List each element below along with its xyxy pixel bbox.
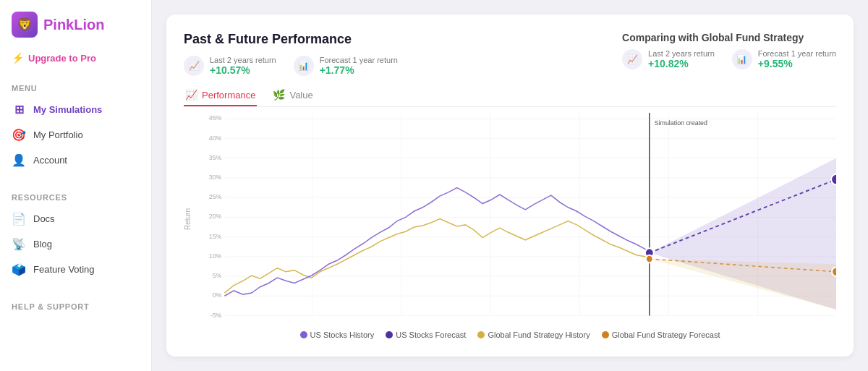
svg-text:40%: 40% — [209, 134, 222, 141]
legend-dot-global-history — [477, 331, 485, 338]
card-title: Past & Future Performance — [184, 32, 398, 47]
sidebar-item-feature-voting[interactable]: 🗳️ Feature Voting — [0, 257, 151, 282]
legend-global-history: Global Fund Strategy History — [477, 331, 590, 339]
chart-legend: US Stocks History US Stocks Forecast Glo… — [184, 331, 836, 339]
feature-voting-icon: 🗳️ — [12, 263, 26, 276]
tab-value[interactable]: 🌿 Value — [271, 85, 314, 106]
sidebar-item-blog[interactable]: 📡 Blog — [0, 231, 151, 257]
logo-dark: Lion — [74, 17, 104, 33]
docs-label: Docs — [33, 213, 55, 224]
performance-tab-label: Performance — [202, 90, 255, 101]
right-metrics: 📈 Last 2 years return +10.82% 📊 Forecast… — [622, 49, 836, 69]
sidebar-item-simulations[interactable]: ⊞ My Simulations — [0, 97, 151, 122]
svg-text:25%: 25% — [209, 193, 222, 200]
legend-us-history: US Stocks History — [300, 331, 375, 339]
metric-global-last2y: 📈 Last 2 years return +10.82% — [622, 49, 715, 69]
legend-dot-us-history — [300, 331, 307, 338]
metric-label-2: Forecast 1 year return — [320, 56, 398, 64]
chart-svg: 45% 40% 35% 30% 25% 20% 15% 10% 5% 0% -5… — [195, 113, 836, 325]
upgrade-label: Upgrade to Pro — [28, 53, 96, 64]
svg-text:Simulation created: Simulation created — [655, 119, 707, 127]
simulations-label: My Simulations — [33, 104, 102, 115]
metric-info-3: Last 2 years return +10.82% — [648, 49, 715, 69]
metric-icon-4: 📊 — [732, 49, 752, 69]
right-metrics-group: Comparing with Global Fund Strategy 📈 La… — [622, 32, 836, 69]
svg-marker-32 — [650, 259, 836, 310]
svg-text:35%: 35% — [209, 154, 222, 161]
metric-label-1: Last 2 years return — [210, 56, 276, 64]
performance-card: Past & Future Performance 📈 Last 2 years… — [166, 14, 854, 357]
legend-us-forecast: US Stocks Forecast — [386, 331, 466, 339]
portfolio-label: My Portfolio — [33, 129, 83, 140]
legend-label-global-forecast: Global Fund Strategy Forecast — [612, 331, 720, 339]
logo-area: 🦁 PinkLion — [0, 12, 151, 49]
feature-voting-label: Feature Voting — [33, 264, 95, 275]
menu-section-label: MENU — [0, 78, 151, 97]
svg-text:30%: 30% — [209, 174, 222, 181]
left-metrics: 📈 Last 2 years return +10.57% 📊 Forecast… — [184, 56, 398, 76]
legend-dot-global-forecast — [602, 331, 609, 338]
account-icon: 👤 — [12, 153, 26, 167]
metric-last2y: 📈 Last 2 years return +10.57% — [184, 56, 276, 76]
legend-dot-us-forecast — [386, 331, 393, 338]
metric-label-4: Forecast 1 year return — [758, 49, 836, 58]
svg-text:15%: 15% — [209, 232, 222, 239]
resources-section-label: RESOURCES — [0, 187, 151, 206]
chart-inner: 45% 40% 35% 30% 25% 20% 15% 10% 5% 0% -5… — [195, 113, 836, 325]
metric-icon-3: 📈 — [622, 49, 642, 69]
legend-label-us-history: US Stocks History — [310, 331, 375, 339]
metric-icon-1: 📈 — [184, 56, 204, 76]
metric-icon-2: 📊 — [294, 56, 314, 76]
portfolio-icon: 🎯 — [12, 128, 26, 142]
sidebar-item-docs[interactable]: 📄 Docs — [0, 206, 151, 231]
logo-pink: Pink — [43, 17, 74, 33]
legend-label-global-history: Global Fund Strategy History — [488, 331, 590, 339]
sidebar-item-account[interactable]: 👤 Account — [0, 148, 151, 173]
y-axis-label: Return — [184, 113, 192, 325]
compare-label: Comparing with Global Fund Strategy — [622, 32, 836, 43]
logo-text: PinkLion — [43, 17, 104, 33]
logo-icon: 🦁 — [12, 12, 38, 38]
sidebar-item-portfolio[interactable]: 🎯 My Portfolio — [0, 122, 151, 148]
docs-icon: 📄 — [12, 212, 26, 226]
value-tab-label: Value — [289, 90, 312, 101]
metric-value-2: +1.77% — [320, 64, 398, 76]
metric-info-1: Last 2 years return +10.57% — [210, 56, 276, 76]
blog-icon: 📡 — [12, 237, 26, 251]
chart-wrapper: Return 45% 40% 35% 30% — [184, 113, 836, 339]
svg-text:5%: 5% — [213, 272, 222, 279]
main-content: Past & Future Performance 📈 Last 2 years… — [152, 0, 868, 371]
svg-text:45%: 45% — [209, 114, 222, 121]
bolt-icon: ⚡ — [12, 52, 24, 64]
upgrade-button[interactable]: ⚡ Upgrade to Pro — [12, 49, 140, 67]
metric-info-4: Forecast 1 year return +9.55% — [758, 49, 836, 69]
legend-global-forecast: Global Fund Strategy Forecast — [602, 331, 720, 339]
value-tab-icon: 🌿 — [273, 89, 285, 101]
tab-performance[interactable]: 📈 Performance — [184, 85, 257, 106]
performance-tab-icon: 📈 — [185, 89, 197, 101]
svg-point-38 — [832, 267, 836, 276]
metric-forecast1y: 📊 Forecast 1 year return +1.77% — [294, 56, 398, 76]
svg-text:20%: 20% — [209, 213, 222, 220]
sidebar: 🦁 PinkLion ⚡ Upgrade to Pro MENU ⊞ My Si… — [0, 0, 152, 371]
metric-label-3: Last 2 years return — [648, 49, 715, 58]
svg-text:-5%: -5% — [210, 311, 222, 318]
help-section-label: HELP & SUPPORT — [0, 297, 151, 315]
svg-text:0%: 0% — [213, 291, 222, 299]
svg-point-37 — [646, 255, 653, 263]
svg-point-36 — [831, 174, 836, 185]
simulations-icon: ⊞ — [12, 103, 26, 116]
tabs-row: 📈 Performance 🌿 Value — [184, 85, 836, 107]
metric-value-4: +9.55% — [758, 58, 836, 69]
metric-global-forecast: 📊 Forecast 1 year return +9.55% — [732, 49, 836, 69]
account-label: Account — [33, 155, 67, 166]
svg-text:10%: 10% — [209, 252, 222, 260]
metric-value-1: +10.57% — [210, 64, 276, 76]
metric-value-3: +10.82% — [648, 58, 715, 69]
blog-label: Blog — [33, 239, 52, 250]
metric-info-2: Forecast 1 year return +1.77% — [320, 56, 398, 76]
legend-label-us-forecast: US Stocks Forecast — [396, 331, 466, 339]
chart-container: Return 45% 40% 35% 30% — [184, 113, 836, 325]
